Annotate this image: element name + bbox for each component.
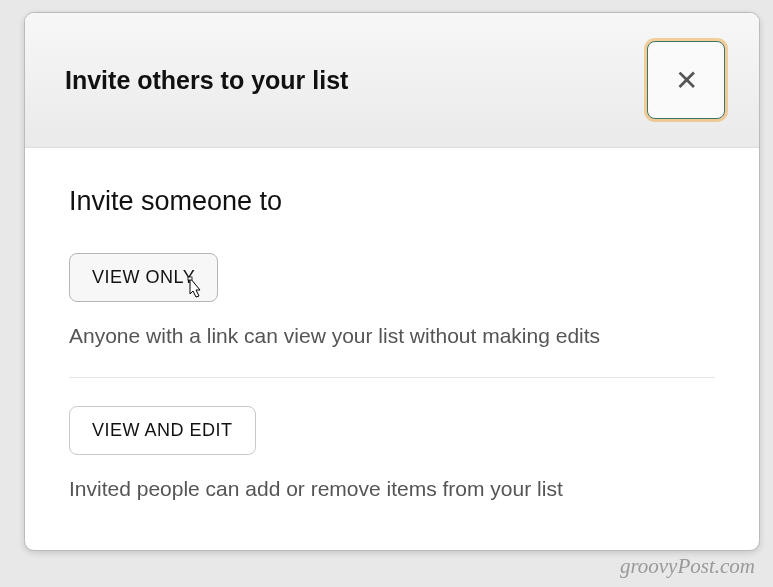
modal-title: Invite others to your list bbox=[65, 66, 348, 95]
modal-body: Invite someone to VIEW ONLY Anyone with … bbox=[25, 148, 759, 549]
view-only-button[interactable]: VIEW ONLY bbox=[69, 253, 218, 302]
close-icon: ✕ bbox=[675, 64, 698, 97]
modal-header: Invite others to your list ✕ bbox=[25, 13, 759, 148]
invite-modal: Invite others to your list ✕ Invite some… bbox=[24, 12, 760, 551]
modal-subtitle: Invite someone to bbox=[69, 186, 715, 217]
options-divider bbox=[69, 377, 715, 378]
view-only-description: Anyone with a link can view your list wi… bbox=[69, 320, 715, 353]
view-and-edit-description: Invited people can add or remove items f… bbox=[69, 473, 715, 506]
view-and-edit-button[interactable]: VIEW AND EDIT bbox=[69, 406, 256, 455]
watermark-text: groovyPost.com bbox=[620, 554, 755, 579]
close-button[interactable]: ✕ bbox=[647, 41, 725, 119]
